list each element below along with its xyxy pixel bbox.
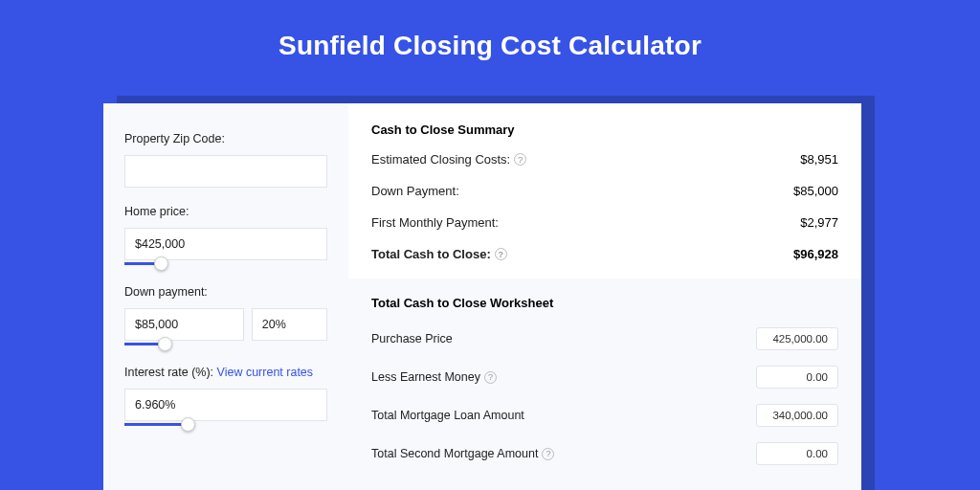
worksheet-label: Less Earnest Money (371, 370, 497, 384)
worksheet-label: Purchase Price (371, 332, 453, 345)
worksheet-label: Total Second Mortgage Amount (371, 447, 554, 460)
down-payment-label: Down payment: (124, 285, 327, 299)
interest-rate-slider[interactable] (124, 423, 327, 429)
worksheet-label-text: Purchase Price (371, 332, 453, 345)
worksheet-value-input[interactable]: 340,000.00 (756, 404, 838, 427)
summary-row: First Monthly Payment: $2,977 (371, 215, 838, 230)
interest-label-text: Interest rate (%): (124, 366, 217, 379)
summary-label: First Monthly Payment: (371, 215, 499, 230)
help-icon[interactable] (514, 153, 526, 166)
interest-rate-input[interactable]: 6.960% (124, 389, 327, 421)
summary-label-text: First Monthly Payment: (371, 215, 499, 230)
worksheet-row: Total Mortgage Loan Amount 340,000.00 (371, 404, 838, 427)
help-icon[interactable] (542, 448, 554, 460)
home-price-label: Home price: (124, 205, 327, 218)
down-payment-pct-input[interactable]: 20% (252, 308, 327, 341)
zip-group: Property Zip Code: (124, 132, 327, 188)
worksheet-label-text: Total Second Mortgage Amount (371, 447, 538, 460)
down-payment-slider[interactable] (124, 343, 327, 348)
page-title: Sunfield Closing Cost Calculator (0, 0, 980, 84)
worksheet-panel: Total Cash to Close Worksheet Purchase P… (348, 278, 861, 490)
slider-thumb[interactable] (158, 337, 172, 351)
summary-value: $8,951 (800, 152, 838, 167)
worksheet-label-text: Total Mortgage Loan Amount (371, 409, 524, 422)
home-price-slider[interactable] (124, 262, 327, 268)
slider-thumb[interactable] (154, 256, 168, 271)
interest-rate-label: Interest rate (%): View current rates (124, 366, 327, 379)
calculator-card: Property Zip Code: Home price: $425,000 … (103, 103, 861, 490)
home-price-group: Home price: $425,000 (124, 205, 327, 268)
slider-thumb[interactable] (181, 417, 195, 432)
summary-row: Down Payment: $85,000 (371, 184, 838, 198)
summary-panel: Cash to Close Summary Estimated Closing … (348, 103, 861, 490)
summary-value: $85,000 (793, 184, 838, 198)
view-rates-link[interactable]: View current rates (217, 366, 314, 379)
down-payment-group: Down payment: $85,000 20% (124, 285, 327, 348)
help-icon[interactable] (495, 248, 507, 260)
summary-label: Down Payment: (371, 184, 459, 198)
down-payment-input[interactable]: $85,000 (124, 308, 244, 341)
home-price-input[interactable]: $425,000 (124, 228, 327, 260)
help-icon[interactable] (484, 371, 497, 384)
summary-label-text: Total Cash to Close: (371, 247, 491, 261)
summary-row-total: Total Cash to Close: $96,928 (371, 247, 838, 261)
inputs-panel: Property Zip Code: Home price: $425,000 … (103, 103, 348, 490)
summary-row: Estimated Closing Costs: $8,951 (371, 152, 838, 167)
worksheet-row: Purchase Price 425,000.00 (371, 327, 838, 350)
zip-label: Property Zip Code: (124, 132, 327, 145)
summary-heading: Cash to Close Summary (371, 122, 838, 137)
summary-label-text: Estimated Closing Costs: (371, 152, 510, 167)
summary-label: Estimated Closing Costs: (371, 152, 526, 167)
summary-label: Total Cash to Close: (371, 247, 507, 261)
worksheet-label: Total Mortgage Loan Amount (371, 409, 524, 422)
summary-value: $2,977 (800, 215, 838, 230)
summary-value: $96,928 (793, 247, 838, 261)
worksheet-value-input[interactable]: 425,000.00 (756, 327, 838, 350)
worksheet-label-text: Less Earnest Money (371, 370, 480, 384)
worksheet-row: Total Second Mortgage Amount 0.00 (371, 442, 838, 465)
worksheet-value-input[interactable]: 0.00 (756, 366, 838, 389)
worksheet-row: Less Earnest Money 0.00 (371, 366, 838, 389)
interest-rate-group: Interest rate (%): View current rates 6.… (124, 366, 327, 429)
zip-input[interactable] (124, 155, 327, 188)
slider-track (124, 423, 188, 426)
summary-label-text: Down Payment: (371, 184, 459, 198)
worksheet-value-input[interactable]: 0.00 (756, 442, 838, 465)
worksheet-heading: Total Cash to Close Worksheet (371, 296, 838, 310)
